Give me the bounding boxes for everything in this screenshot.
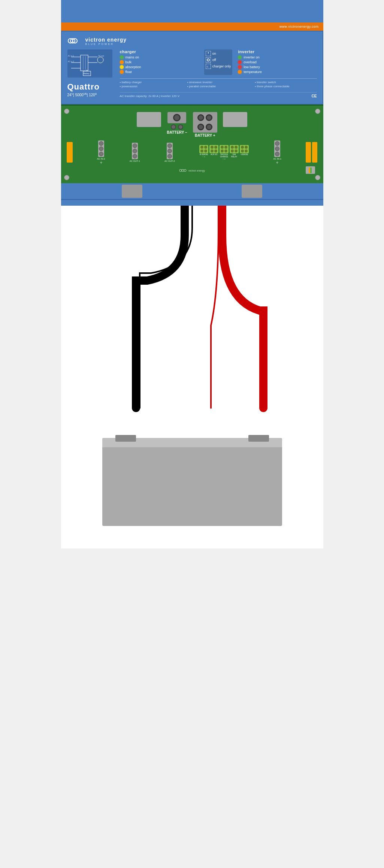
terminal-screw	[275, 141, 279, 146]
pos-bolt-2	[206, 114, 212, 121]
svg-text:AC in 1: AC in 1	[68, 55, 74, 57]
yellow-block-left	[67, 142, 73, 163]
trickle-screw-3	[221, 149, 224, 152]
ground-symbol-1: ⏚	[100, 160, 102, 164]
switch-off: off	[206, 57, 231, 63]
svg-point-25	[179, 169, 182, 172]
battery-top-assembly	[102, 438, 282, 447]
battery-top-bar	[102, 438, 282, 447]
indicators-row: charger mains on bulk absorption	[120, 49, 317, 75]
bulk-dot	[120, 60, 124, 64]
charger-float: float	[120, 70, 199, 74]
charger-mains-on: mains on	[120, 55, 199, 59]
ac-out1-label: AC OUT-1	[130, 160, 140, 162]
switch-charger-only-label: charger only	[212, 64, 231, 68]
pos-bolt-1	[197, 114, 204, 121]
feature-powerassist: powerassist	[120, 85, 182, 88]
features-col1: battery charger powerassist	[120, 81, 182, 89]
battery-section	[61, 438, 323, 548]
logo-text: victron energy BLUE POWER	[85, 37, 127, 45]
aux-screw-1	[211, 146, 214, 149]
temperature-dot	[238, 70, 242, 74]
switch-off-icon	[206, 57, 211, 63]
trickle-screw-4	[224, 149, 227, 152]
current-unit: A	[95, 93, 97, 95]
inverter-on: inverter on	[238, 55, 317, 59]
inverter-on-dot	[238, 55, 242, 59]
left-relay-block	[137, 112, 161, 127]
pcb-logo: victron energy	[65, 168, 320, 173]
device-power: 5000	[75, 93, 84, 97]
victron-logo-icon	[67, 35, 82, 46]
device-voltage: 24	[67, 93, 72, 97]
dni-screw-3	[231, 149, 234, 152]
switch-charger-only: C charger only	[206, 64, 231, 69]
battery-neg-terminal	[115, 435, 136, 442]
pcb-area: BATTERY − BATTERY +	[61, 105, 323, 183]
terminal-screw	[133, 143, 137, 148]
low-battery-dot	[238, 65, 242, 69]
bsense-terminal: B-SENSE − +	[199, 145, 208, 160]
psense-label: +SENSE	[241, 153, 248, 155]
terminals-row: AC IN-2 ⏚ AC OUT-1	[65, 140, 320, 164]
wiring-section	[61, 206, 323, 438]
bracket-left	[122, 185, 142, 198]
ac-in2-terminal: AC IN-2 ⏚	[97, 140, 105, 164]
inverter-temperature: temperature	[238, 70, 317, 74]
yellow-block-r1	[306, 142, 311, 163]
terminal-screw	[99, 152, 103, 156]
capacity-line: AC transfer capacity: 2x 60 A | Inverter…	[120, 92, 317, 98]
schematic-area: Battery AC in 1 AC in 2 AC out Quattro 2…	[67, 49, 116, 97]
inverter-on-label: inverter on	[244, 55, 260, 59]
float-dot	[120, 70, 124, 74]
pcb-victron-text: victron energy	[188, 169, 205, 172]
terminal-screw	[133, 154, 137, 158]
aux-screw-2	[214, 146, 217, 149]
ground-symbol-2: ⏚	[276, 160, 278, 164]
battery-neg-label: BATTERY −	[167, 130, 187, 134]
battery-pos-terminal	[248, 435, 269, 442]
device-faceplate: victron energy BLUE POWER	[61, 31, 323, 105]
terminal-screw	[133, 149, 137, 153]
absorption-dot	[120, 65, 124, 69]
power-unit: VA	[84, 93, 87, 95]
neg-bolt	[173, 114, 181, 121]
feature-parallel: parallel connectable	[187, 85, 249, 88]
pcb-victron-logo-icon	[179, 168, 187, 173]
psense-screw-3	[241, 149, 244, 152]
inverter-low-battery: low battery	[238, 65, 317, 69]
pos-bolt-3	[197, 124, 204, 130]
switch-modes-group: on off C	[204, 49, 233, 75]
absorption-label: absorption	[126, 65, 141, 69]
svg-point-26	[182, 169, 184, 172]
feature-transfer: transfer switch	[255, 81, 317, 84]
ac-out2-terminal: AC OUT-2	[164, 143, 175, 162]
brand-tagline: BLUE POWER	[85, 43, 127, 45]
svg-rect-3	[67, 49, 112, 78]
device-current: 120	[89, 93, 95, 97]
orange-banner: www.victronenergy.com	[61, 22, 323, 31]
bracket-right	[242, 185, 262, 198]
overload-label: overload	[244, 60, 257, 64]
svg-text:AC in 2: AC in 2	[68, 60, 74, 63]
voltage-unit: V	[72, 93, 73, 95]
overload-dot	[238, 60, 242, 64]
yellow-blocks-right	[306, 142, 317, 163]
neg-bolt-1	[171, 124, 176, 130]
right-relay-block	[223, 112, 247, 127]
capacity-text: AC transfer capacity: 2x 60 A | Inverter…	[120, 94, 180, 98]
yellow-block-r2	[312, 142, 317, 163]
ac-out2-label: AC OUT-2	[164, 160, 175, 162]
logo-row: victron energy BLUE POWER	[67, 35, 317, 46]
ac-in1-terminal: AC IN-1 ⏚	[273, 140, 281, 164]
psense-terminal: +SENSE	[240, 145, 249, 160]
bulk-label: bulk	[126, 60, 132, 64]
terminal-screw	[167, 143, 172, 148]
svg-text:Battery: Battery	[84, 72, 90, 75]
inverter-overload: overload	[238, 60, 317, 64]
trickle-screw-1	[221, 146, 224, 149]
charger-indicator-group: charger mains on bulk absorption	[120, 49, 199, 75]
aux-terminal: AUX I/O	[209, 145, 218, 160]
terminal-screw	[167, 154, 172, 158]
ac-out1-terminal: AC OUT-1	[130, 143, 140, 162]
